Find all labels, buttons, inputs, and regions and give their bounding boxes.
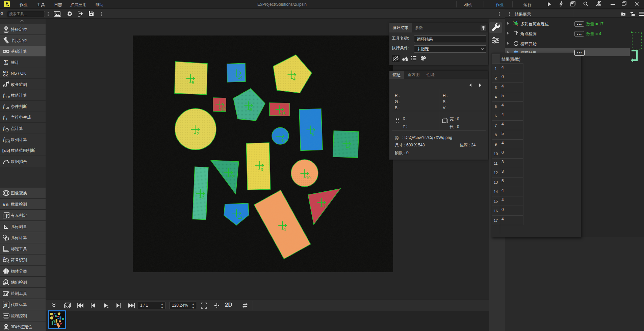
svg-text:16: 16: [281, 138, 286, 143]
svg-text:?: ?: [7, 213, 9, 217]
svg-text:01: 01: [4, 305, 8, 308]
svg-text:T: T: [6, 117, 8, 121]
svg-text:8: 8: [250, 108, 252, 112]
svg-text:f: f: [3, 92, 5, 98]
svg-text:14: 14: [238, 75, 243, 80]
svg-text:[a,b]: [a,b]: [2, 148, 10, 152]
svg-text:4: 4: [293, 77, 295, 81]
svg-text:6: 6: [312, 132, 314, 137]
svg-text:10: 10: [306, 175, 311, 180]
svg-text:17: 17: [221, 107, 226, 112]
svg-text:15: 15: [281, 112, 286, 116]
svg-text:13: 13: [238, 215, 243, 220]
svg-text:f: f: [3, 125, 5, 131]
svg-text:1: 1: [284, 227, 286, 232]
svg-text:f: f: [3, 137, 5, 142]
svg-text:5: 5: [192, 80, 194, 85]
svg-text:9: 9: [348, 146, 351, 150]
svg-text:11: 11: [323, 205, 327, 209]
svg-text:2: 2: [197, 132, 199, 136]
svg-text:7: 7: [202, 195, 204, 200]
svg-text:#n: #n: [3, 202, 9, 207]
svg-text:12: 12: [230, 174, 235, 179]
svg-text:x: x: [5, 107, 7, 110]
svg-text:f: f: [3, 114, 5, 120]
svg-text:f: f: [3, 103, 5, 109]
svg-text:Σ: Σ: [4, 59, 8, 66]
svg-text:OK: OK: [3, 73, 8, 77]
svg-text:1.11: 1.11: [5, 96, 10, 99]
svg-text:3: 3: [261, 167, 263, 172]
svg-text:1.11: 1.11: [6, 140, 10, 143]
